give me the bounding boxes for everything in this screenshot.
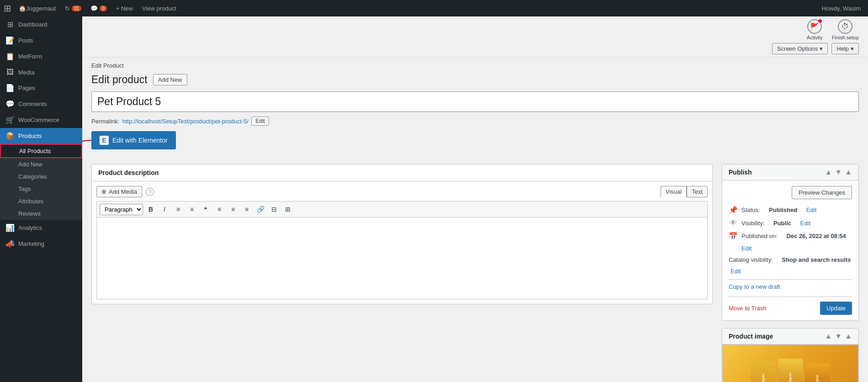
woocommerce-icon: 🛒 [5,116,15,124]
sidebar-item-tags[interactable]: Tags [0,183,82,195]
published-on-row: 📅 Published on: Dec 26, 2022 at 08:54 [729,232,852,240]
visibility-value: Public [773,220,791,227]
sidebar: ⊞ Dashboard 📝 Posts 📋 MetForm 🖼 Media 📄 … [0,16,82,382]
edit-with-elementor-button[interactable]: E Edit with Elementor [91,131,176,149]
adminbar-howdy[interactable]: Howdy, Wasim [818,0,864,16]
read-more-button[interactable]: ⊟ [268,203,280,215]
catalog-visibility-edit-link[interactable]: Edit [730,268,741,275]
align-left-button[interactable]: ≡ [213,203,225,215]
editor-toolbar-row: ⊕ Add Media ? Visual Text [96,186,708,197]
visibility-label: Visibility: [741,220,764,227]
catalog-visibility-row: Catalog visibility: Shop and search resu… [729,256,852,263]
sidebar-item-woocommerce[interactable]: 🛒 WooCommerce [0,112,82,128]
table-button[interactable]: ⊞ [282,203,294,215]
permalink-link[interactable]: http://localhost/SetupTest/product/pet-p… [122,118,249,125]
product-description-header: Product description [92,164,712,181]
editor-help-icon[interactable]: ? [146,188,154,196]
status-edit-link[interactable]: Edit [806,207,816,213]
status-row: 📌 Status: Published Edit [729,206,852,214]
adminbar-new[interactable]: + New [112,0,137,16]
page-wrap: Edit Product Edit product Add New Permal… [82,58,868,382]
link-button[interactable]: 🔗 [254,203,266,215]
image-close-button[interactable]: ▲ [845,332,852,340]
calendar-icon: 📅 [729,232,738,240]
finish-setup-icon-item[interactable]: ⏱ Finish setup [832,19,859,40]
visual-tab[interactable]: Visual [661,186,687,197]
help-button[interactable]: Help ▾ [831,43,859,54]
activity-icon-item[interactable]: 🚩 Activity [807,19,823,40]
finish-setup-icon: ⏱ [838,19,852,34]
add-media-icon: ⊕ [101,188,106,195]
products-submenu: All Products Add New Categories Tags Att… [0,144,82,220]
product-image-metabox-actions: ▲ ▼ ▲ [825,332,852,340]
main-content: 🚩 Activity ⏱ Finish setup Screen Options… [82,16,868,382]
sidebar-item-categories[interactable]: Categories [0,170,82,183]
sidebar-item-dashboard[interactable]: ⊞ Dashboard [0,16,82,32]
sidebar-item-analytics[interactable]: 📊 Analytics [0,220,82,236]
publish-metabox-actions: ▲ ▼ ▲ [825,168,852,176]
page-title: Edit product [91,74,148,86]
adminbar-view-product[interactable]: View product [138,0,180,16]
adminbar-site-name[interactable]: 🏠 Juggernaut [15,0,59,16]
visibility-edit-link[interactable]: Edit [800,220,810,227]
catalog-value: Shop and search results [782,256,851,263]
copy-to-draft-link[interactable]: Copy to a new draft [729,283,852,290]
permalink-edit-button[interactable]: Edit [251,117,269,126]
blockquote-button[interactable]: ❝ [200,203,212,215]
sidebar-item-pages[interactable]: 📄 Pages [0,80,82,96]
sidebar-item-add-new[interactable]: Add New [0,158,82,170]
visibility-row: 👁 Visibility: Public Edit [729,219,852,227]
sidebar-item-reviews[interactable]: Reviews [0,207,82,220]
chevron-down-icon: ▾ [851,45,854,52]
sidebar-item-comments[interactable]: 💬 Comments [0,96,82,112]
wp-logo-icon[interactable]: ⊞ [4,3,11,14]
move-to-trash-link[interactable]: Move to Trash [729,305,766,312]
published-on-edit-link[interactable]: Edit [741,245,752,252]
publish-actions: Move to Trash Update [729,297,852,315]
product-image-preview[interactable]: Pedigree Pedigree Pedigree [722,345,858,382]
sidebar-item-marketing[interactable]: 📣 Marketing [0,236,82,252]
published-on-value: Dec 26, 2022 at 08:54 [786,233,846,239]
image-collapse-up-button[interactable]: ▲ [825,332,832,340]
sidebar-item-all-products[interactable]: All Products [0,144,82,158]
preview-changes-button[interactable]: Preview Changes [792,186,852,199]
product-description-box: Product description ⊕ Add Media ? [91,164,713,304]
screen-options-bar: Screen Options ▾ Help ▾ [82,40,868,58]
sidebar-item-attributes[interactable]: Attributes [0,195,82,207]
adminbar-comments[interactable]: 💬 0 [87,0,111,16]
collapse-up-button[interactable]: ▲ [825,168,832,176]
edit-product-subtitle: Edit Product [91,62,859,69]
close-metabox-button[interactable]: ▲ [845,168,852,176]
screen-options-button[interactable]: Screen Options ▾ [772,43,828,54]
main-column: Product description ⊕ Add Media ? [91,164,713,313]
status-label: Status: [741,207,760,213]
adminbar-updates[interactable]: ↻ 31 [61,0,85,16]
align-right-button[interactable]: ≡ [241,203,253,215]
sidebar-item-metaform[interactable]: 📋 MetForm [0,48,82,64]
align-center-button[interactable]: ≡ [227,203,239,215]
italic-button[interactable]: I [159,203,170,215]
ordered-list-button[interactable]: ≡ [186,203,198,215]
notification-dot [818,19,822,23]
sidebar-item-products[interactable]: 📦 Products [0,128,82,144]
add-media-button[interactable]: ⊕ Add Media [96,186,142,197]
image-collapse-down-button[interactable]: ▼ [835,332,842,340]
status-icon: 📌 [729,206,738,214]
paragraph-select[interactable]: Paragraph [100,204,143,215]
bold-button[interactable]: B [145,203,157,215]
text-tab[interactable]: Text [687,186,708,197]
pages-icon: 📄 [5,84,15,92]
add-new-button[interactable]: Add New [153,74,187,85]
product-title-input[interactable] [91,91,859,112]
permalink-row: Permalink: http://localhost/SetupTest/pr… [91,117,859,126]
editor-body[interactable] [96,217,708,299]
collapse-down-button[interactable]: ▼ [835,168,842,176]
visibility-icon: 👁 [729,219,738,227]
sidebar-item-media[interactable]: 🖼 Media [0,64,82,80]
comments-icon: 💬 [90,5,98,12]
unordered-list-button[interactable]: ≡ [172,203,184,215]
activity-icon: 🚩 [807,19,822,34]
sidebar-item-posts[interactable]: 📝 Posts [0,32,82,48]
update-button[interactable]: Update [820,302,852,315]
marketing-icon: 📣 [5,239,15,248]
